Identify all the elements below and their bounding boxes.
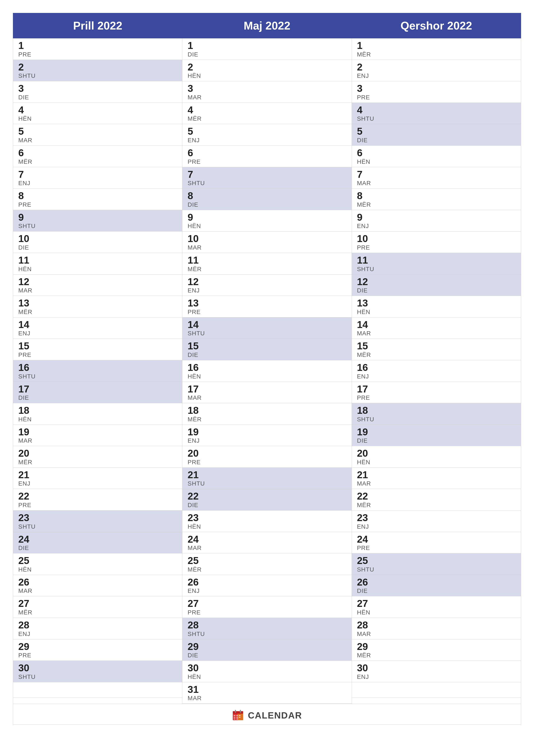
day-row-15: 15PRE15DIE15MËR: [13, 339, 521, 360]
day-entry: 4HËN: [13, 103, 182, 124]
day-name: HËN: [357, 459, 516, 466]
cell-month0-day20: 20MËR: [13, 446, 182, 468]
cell-month2-day5: 5DIE: [352, 124, 521, 146]
cell-month1-day21: 21SHTU: [182, 468, 352, 489]
day-number: 3: [18, 83, 177, 94]
day-name: MËR: [357, 351, 516, 358]
day-entry: 25SHTU: [352, 554, 521, 575]
day-entry: 21SHTU: [182, 468, 351, 489]
day-name: ENJ: [18, 631, 177, 637]
day-number: 26: [18, 577, 177, 588]
day-entry: 28SHTU: [182, 618, 351, 639]
day-number: 4: [18, 104, 177, 116]
day-entry: 14SHTU: [182, 317, 351, 339]
cell-month1-day22: 22DIE: [182, 489, 352, 511]
day-entry: 1DIE: [182, 39, 351, 60]
day-number: 9: [188, 212, 346, 223]
cell-month0-day9: 9SHTU: [13, 210, 182, 232]
day-entry: 23ENJ: [352, 511, 521, 532]
day-name: ENJ: [357, 72, 516, 79]
day-entry: 28MAR: [352, 618, 521, 639]
day-entry: 23SHTU: [13, 511, 182, 532]
day-entry: 12DIE: [352, 275, 521, 296]
day-name: MAR: [357, 480, 516, 487]
day-number: 16: [188, 362, 346, 373]
day-row-27: 27MËR27PRE27HËN: [13, 596, 521, 618]
day-number: 26: [357, 577, 516, 588]
day-name: ENJ: [357, 523, 516, 530]
day-entry: 22PRE: [13, 489, 182, 511]
day-entry: 4SHTU: [352, 103, 521, 124]
day-entry: 29DIE: [182, 639, 351, 661]
day-entry: 3PRE: [352, 81, 521, 103]
cell-month1-day30: 30HËN: [182, 661, 352, 682]
cell-month2-day20: 20HËN: [352, 446, 521, 468]
day-number: 24: [18, 534, 177, 545]
cell-month2-day6: 6HËN: [352, 146, 521, 167]
day-row-1: 1PRE1DIE1MËR: [13, 39, 521, 60]
day-row-24: 24DIE24MAR24PRE: [13, 532, 521, 554]
day-entry: 13HËN: [352, 296, 521, 317]
day-entry: 26ENJ: [182, 575, 351, 597]
day-number: 28: [357, 620, 516, 631]
cell-month1-day2: 2HËN: [182, 60, 352, 81]
day-number: 16: [357, 362, 516, 373]
cell-month0-day12: 12MAR: [13, 275, 182, 296]
day-name: DIE: [188, 51, 346, 58]
cell-month0-day30: 30SHTU: [13, 661, 182, 682]
day-number: 19: [188, 426, 346, 438]
day-entry: 17PRE: [352, 382, 521, 403]
day-name: ENJ: [18, 480, 177, 487]
day-entry: 27PRE: [182, 596, 351, 618]
day-entry: 14MAR: [352, 317, 521, 339]
day-number: 24: [188, 534, 346, 545]
day-name: PRE: [18, 652, 177, 659]
day-number: 15: [357, 340, 516, 351]
day-entry: 19MAR: [13, 425, 182, 446]
day-number: 11: [18, 255, 177, 266]
day-number: 22: [357, 491, 516, 502]
cell-month1-day9: 9HËN: [182, 210, 352, 232]
cell-month0-day15: 15PRE: [13, 339, 182, 360]
day-name: SHTU: [18, 373, 177, 380]
day-number: 12: [18, 276, 177, 287]
day-entry: 2HËN: [182, 60, 351, 81]
day-entry: 20HËN: [352, 446, 521, 468]
day-number: 4: [188, 104, 346, 116]
day-number: 5: [188, 126, 346, 137]
day-name: MAR: [188, 394, 346, 401]
day-name: PRE: [357, 94, 516, 101]
day-entry: 26DIE: [352, 575, 521, 597]
day-name: MAR: [188, 94, 346, 101]
day-number: 19: [18, 426, 177, 438]
day-number: 15: [188, 340, 346, 351]
day-entry: 14ENJ: [13, 317, 182, 339]
day-number: 2: [18, 62, 177, 73]
day-number: 25: [18, 555, 177, 566]
day-name: MAR: [18, 137, 177, 144]
day-entry: 13PRE: [182, 296, 351, 317]
day-number: 12: [188, 276, 346, 287]
day-number: 10: [357, 233, 516, 244]
day-number: 14: [18, 319, 177, 330]
day-name: DIE: [18, 244, 177, 251]
day-number: 15: [18, 340, 177, 351]
cell-month0-day16: 16SHTU: [13, 360, 182, 382]
day-row-4: 4HËN4MËR4SHTU: [13, 103, 521, 124]
day-row-10: 10DIE10MAR10PRE: [13, 231, 521, 253]
day-name: MËR: [188, 416, 346, 423]
cell-month2-day10: 10PRE: [352, 231, 521, 253]
day-name: DIE: [18, 94, 177, 101]
cell-month0-day6: 6MËR: [13, 146, 182, 167]
cell-month1-day14: 14SHTU: [182, 317, 352, 339]
day-number: 24: [357, 534, 516, 545]
cell-month1-day16: 16HËN: [182, 360, 352, 382]
cell-month0-day23: 23SHTU: [13, 511, 182, 532]
day-number: 7: [188, 169, 346, 180]
day-name: PRE: [188, 158, 346, 165]
day-entry: 9ENJ: [352, 210, 521, 232]
day-row-20: 20MËR20PRE20HËN: [13, 446, 521, 468]
day-entry: 2ENJ: [352, 60, 521, 81]
cell-month2-day21: 21MAR: [352, 468, 521, 489]
day-number: 23: [188, 512, 346, 523]
